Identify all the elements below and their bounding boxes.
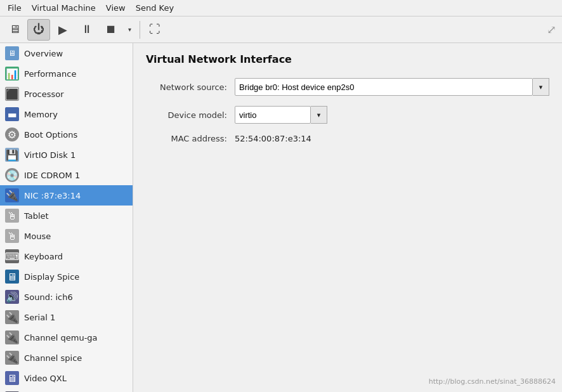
toolbar: 🖥 ⏻ ▶ ⏸ ⏹ ▾ ⛶ ⤢ (0, 16, 562, 43)
device-model-select[interactable]: virtio (235, 106, 311, 124)
menu-virtual-machine[interactable]: Virtual Machine (27, 2, 101, 14)
sidebar-label-disk: VirtIO Disk 1 (24, 150, 75, 160)
sidebar-item-performance[interactable]: 📊 Performance (0, 63, 133, 84)
sidebar-label-tablet: Tablet (24, 211, 49, 221)
cdrom-icon: 💿 (5, 168, 19, 182)
sidebar-label-overview: Overview (24, 49, 63, 58)
content-panel: Virtual Network Interface Network source… (133, 43, 562, 392)
mouse-icon: 🖱 (5, 229, 19, 243)
menu-view[interactable]: View (101, 2, 131, 14)
sidebar-label-processor: Processor (24, 89, 64, 99)
sidebar-label-channel-qemu: Channel qemu-ga (24, 333, 98, 343)
toolbar-separator (140, 21, 140, 39)
mac-address-value: 52:54:00:87:e3:14 (235, 134, 311, 143)
network-source-control: Bridge br0: Host device enp2s0 ▾ (235, 78, 549, 96)
sidebar-item-nic[interactable]: 🔌 NIC :87:e3:14 (0, 185, 133, 206)
display-icon: 🖥 (5, 270, 19, 284)
stop-icon: ⏹ (105, 23, 117, 36)
content-title: Virtual Network Interface (146, 53, 549, 65)
menu-file[interactable]: File (3, 2, 27, 14)
sidebar-item-sound[interactable]: 🔊 Sound: ich6 (0, 287, 133, 307)
tablet-icon: 🖱 (5, 209, 19, 223)
sidebar-label-nic: NIC :87:e3:14 (24, 191, 81, 200)
play-button[interactable]: ▶ (51, 19, 74, 41)
sidebar-item-processor[interactable]: ⬛ Processor (0, 84, 133, 104)
sidebar-item-memory[interactable]: ▬ Memory (0, 104, 133, 124)
memory-icon: ▬ (5, 107, 19, 121)
sidebar-label-cdrom: IDE CDROM 1 (24, 171, 80, 180)
device-model-dropdown-arrow[interactable]: ▾ (311, 106, 327, 124)
nic-icon: 🔌 (5, 188, 19, 202)
sound-icon: 🔊 (5, 290, 19, 304)
network-source-label: Network source: (146, 82, 235, 92)
sidebar: 🖥 Overview 📊 Performance ⬛ Processor ▬ M… (0, 43, 133, 392)
network-source-dropdown-arrow[interactable]: ▾ (533, 78, 549, 96)
fullscreen-icon: ⛶ (149, 23, 160, 36)
sidebar-label-channel-spice: Channel spice (24, 353, 82, 363)
boot-icon: ⚙ (5, 127, 19, 141)
sidebar-item-controller-usb[interactable]: 🔌 Controller USB (0, 388, 133, 392)
performance-icon: 📊 (5, 67, 19, 81)
sidebar-item-serial[interactable]: 🔌 Serial 1 (0, 307, 133, 327)
disk-icon: 💾 (5, 148, 19, 162)
sidebar-item-virtio-disk[interactable]: 💾 VirtIO Disk 1 (0, 145, 133, 165)
resize-icon: ⤢ (547, 23, 556, 36)
power-button[interactable]: ⏻ (27, 19, 50, 41)
sidebar-item-tablet[interactable]: 🖱 Tablet (0, 206, 133, 226)
sidebar-label-performance: Performance (24, 69, 76, 79)
pause-button[interactable]: ⏸ (75, 19, 98, 41)
video-icon: 🖥 (5, 371, 19, 385)
keyboard-icon: ⌨ (5, 249, 19, 263)
network-source-select[interactable]: Bridge br0: Host device enp2s0 (235, 78, 533, 96)
toolbar-dropdown[interactable]: ▾ (124, 19, 136, 41)
device-model-row: Device model: virtio ▾ (146, 106, 549, 124)
channel-spice-icon: 🔌 (5, 351, 19, 365)
sidebar-label-display: Display Spice (24, 272, 79, 282)
sidebar-label-memory: Memory (24, 110, 58, 119)
pause-icon: ⏸ (81, 23, 93, 36)
processor-icon: ⬛ (5, 87, 19, 101)
sidebar-item-mouse[interactable]: 🖱 Mouse (0, 226, 133, 246)
sidebar-label-sound: Sound: ich6 (24, 292, 73, 302)
monitor-button[interactable]: 🖥 (3, 19, 26, 41)
fullscreen-button[interactable]: ⛶ (143, 19, 166, 41)
sidebar-label-boot: Boot Options (24, 130, 77, 140)
stop-button[interactable]: ⏹ (100, 19, 122, 41)
sidebar-item-keyboard[interactable]: ⌨ Keyboard (0, 246, 133, 266)
sidebar-item-display-spice[interactable]: 🖥 Display Spice (0, 266, 133, 287)
play-icon: ▶ (58, 23, 67, 37)
device-model-control: virtio ▾ (235, 106, 327, 124)
serial-icon: 🔌 (5, 310, 19, 324)
sidebar-label-mouse: Mouse (24, 232, 51, 241)
sidebar-label-video: Video QXL (24, 374, 67, 383)
sidebar-item-video-qxl[interactable]: 🖥 Video QXL (0, 368, 133, 388)
network-source-row: Network source: Bridge br0: Host device … (146, 78, 549, 96)
channel-qemu-icon: 🔌 (5, 330, 19, 344)
mac-address-row: MAC address: 52:54:00:87:e3:14 (146, 134, 549, 143)
monitor-icon: 🖥 (9, 23, 20, 36)
device-model-label: Device model: (146, 110, 235, 120)
main-area: 🖥 Overview 📊 Performance ⬛ Processor ▬ M… (0, 43, 562, 392)
sidebar-item-channel-qemu[interactable]: 🔌 Channel qemu-ga (0, 327, 133, 348)
sidebar-label-keyboard: Keyboard (24, 252, 63, 261)
sidebar-item-ide-cdrom[interactable]: 💿 IDE CDROM 1 (0, 165, 133, 185)
sidebar-label-serial: Serial 1 (24, 313, 55, 322)
sidebar-item-boot-options[interactable]: ⚙ Boot Options (0, 124, 133, 145)
sidebar-item-overview[interactable]: 🖥 Overview (0, 43, 133, 63)
menubar: File Virtual Machine View Send Key (0, 0, 562, 16)
menu-send-key[interactable]: Send Key (131, 2, 179, 14)
mac-address-label: MAC address: (146, 134, 235, 143)
sidebar-item-channel-spice[interactable]: 🔌 Channel spice (0, 348, 133, 368)
power-icon: ⏻ (33, 23, 44, 36)
watermark: http://blog.csdn.net/sinat_36888624 (429, 377, 556, 386)
overview-icon: 🖥 (5, 46, 19, 60)
